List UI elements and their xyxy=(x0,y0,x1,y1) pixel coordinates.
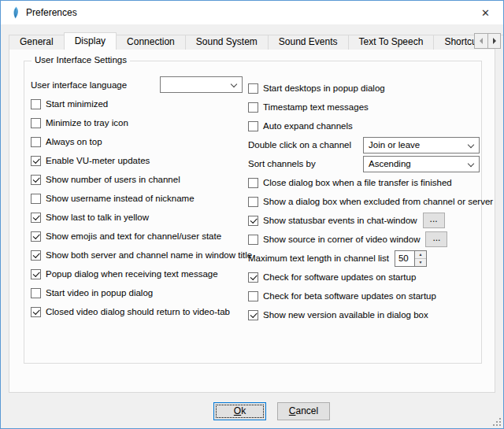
tab-connection[interactable]: Connection xyxy=(116,35,186,50)
checkbox-label: Start minimized xyxy=(46,99,108,109)
row-always-on-top[interactable]: Always on top xyxy=(31,132,246,151)
row-check-updates[interactable]: Check for software updates on startup xyxy=(248,268,480,287)
arrow-right-icon xyxy=(493,38,496,44)
user-interface-settings-group: User Interface Settings User interface l… xyxy=(24,61,482,364)
spin-down-button[interactable]: ▼ xyxy=(415,258,426,266)
checkbox-close-on-transfer[interactable] xyxy=(248,178,258,188)
row-show-user-count[interactable]: Show number of users in channel xyxy=(31,170,246,189)
titlebar[interactable]: Preferences ✕ xyxy=(1,1,503,24)
checkbox-label: Minimize to tray icon xyxy=(46,118,128,128)
checkbox-video-popup[interactable] xyxy=(31,288,41,298)
row-excluded-dialog[interactable]: Show a dialog box when excluded from cha… xyxy=(248,192,480,211)
sort-channels-label: Sort channels by xyxy=(248,159,316,168)
checkbox-minimize-to-tray[interactable] xyxy=(31,118,41,128)
tab-scroll-right-button[interactable] xyxy=(487,34,500,48)
tab-strip: General Display Connection Sound System … xyxy=(9,32,503,50)
checkbox-vu-meter[interactable] xyxy=(31,156,41,166)
row-last-to-talk[interactable]: Show last to talk in yellow xyxy=(31,208,246,227)
row-popup-text-message[interactable]: Popup dialog when receiving text message xyxy=(31,264,246,283)
row-close-on-transfer[interactable]: Close dialog box when a file transfer is… xyxy=(248,173,480,192)
tab-display[interactable]: Display xyxy=(64,32,117,50)
display-tab-panel: User Interface Settings User interface l… xyxy=(9,49,495,393)
tab-sound-events[interactable]: Sound Events xyxy=(268,35,349,50)
row-vu-meter[interactable]: Enable VU-meter updates xyxy=(31,151,246,170)
checkbox-closed-video-return[interactable] xyxy=(31,307,41,317)
preferences-dialog: Preferences ✕ General Display Connection… xyxy=(0,0,504,429)
cancel-button-label: Cancel xyxy=(278,403,329,420)
checkbox-emojis-text-state[interactable] xyxy=(31,231,41,242)
double-click-value: Join or leave xyxy=(369,140,420,150)
checkbox-always-on-top[interactable] xyxy=(31,137,41,147)
checkbox-popup-text-message[interactable] xyxy=(31,269,41,279)
language-select[interactable] xyxy=(160,76,243,93)
sort-channels-select[interactable]: Ascending xyxy=(363,156,480,172)
checkbox-statusbar-events[interactable] xyxy=(248,216,258,226)
checkbox-label: Show statusbar events in chat-window xyxy=(263,216,417,225)
checkbox-label: Show both server and channel name in win… xyxy=(46,250,252,260)
row-start-minimized[interactable]: Start minimized xyxy=(31,94,246,113)
checkbox-video-source-corner[interactable] xyxy=(248,235,258,245)
checkbox-start-minimized[interactable] xyxy=(31,99,41,109)
language-row: User interface language xyxy=(31,76,246,94)
row-check-beta-updates[interactable]: Check for beta software updates on start… xyxy=(248,287,480,305)
row-video-popup[interactable]: Start video in popup dialog xyxy=(31,283,246,302)
max-text-length-label: Maximum text length in channel list xyxy=(248,253,389,263)
checkbox-server-channel-title[interactable] xyxy=(31,250,41,261)
tab-scroll-left-button[interactable] xyxy=(475,34,487,48)
app-icon xyxy=(8,6,20,19)
close-button[interactable]: ✕ xyxy=(468,1,503,24)
checkbox-label: Start desktops in popup dialog xyxy=(263,83,385,93)
double-click-select[interactable]: Join or leave xyxy=(363,137,480,153)
ok-button[interactable]: Ok xyxy=(213,402,266,420)
tab-sound-system[interactable]: Sound System xyxy=(185,35,269,50)
checkbox-last-to-talk[interactable] xyxy=(31,213,41,223)
checkbox-label: Auto expand channels xyxy=(263,121,353,131)
checkbox-excluded-dialog[interactable] xyxy=(248,197,258,207)
tab-general[interactable]: General xyxy=(9,35,65,50)
checkbox-label: Show username instead of nickname xyxy=(46,194,195,203)
checkbox-label: Always on top xyxy=(46,137,102,146)
row-minimize-to-tray[interactable]: Minimize to tray icon xyxy=(31,113,246,132)
right-column: Start desktops in popup dialog Timestamp… xyxy=(248,79,480,324)
row-username-instead-nickname[interactable]: Show username instead of nickname xyxy=(31,189,246,208)
arrow-left-icon xyxy=(480,38,483,44)
checkbox-timestamp-messages[interactable] xyxy=(248,102,258,113)
checkbox-check-beta-updates[interactable] xyxy=(248,291,258,301)
checkbox-desktops-popup[interactable] xyxy=(248,83,258,94)
statusbar-events-options-button[interactable]: ... xyxy=(423,213,445,228)
row-server-channel-title[interactable]: Show both server and channel name in win… xyxy=(31,246,246,264)
cancel-button[interactable]: Cancel xyxy=(277,402,330,420)
video-source-options-button[interactable]: ... xyxy=(425,231,447,247)
checkbox-label: Show new version available in dialog box xyxy=(263,310,428,320)
language-label: User interface language xyxy=(31,80,127,90)
checkbox-check-updates[interactable] xyxy=(248,272,258,283)
checkbox-auto-expand[interactable] xyxy=(248,121,258,131)
row-statusbar-events[interactable]: Show statusbar events in chat-window ... xyxy=(248,211,480,230)
checkbox-new-version-dialog[interactable] xyxy=(248,310,258,320)
row-closed-video-return[interactable]: Closed video dialog should return to vid… xyxy=(31,302,246,321)
checkbox-username-instead-nickname[interactable] xyxy=(31,194,41,204)
row-emojis-text-state[interactable]: Show emojis and text for channel/user st… xyxy=(31,227,246,246)
window-title: Preferences xyxy=(26,7,77,18)
checkbox-label: Start video in popup dialog xyxy=(46,288,153,298)
max-text-length-spinner[interactable]: 50 ▲ ▼ xyxy=(395,250,427,267)
row-new-version-dialog[interactable]: Show new version available in dialog box xyxy=(248,305,480,324)
spin-up-button[interactable]: ▲ xyxy=(415,251,426,258)
row-timestamp-messages[interactable]: Timestamp text messages xyxy=(248,98,480,116)
spin-buttons: ▲ ▼ xyxy=(415,250,427,267)
checkbox-label: Timestamp text messages xyxy=(263,102,369,112)
tab-scroll-control xyxy=(474,33,501,49)
chevron-down-icon xyxy=(468,141,474,147)
row-video-source-corner[interactable]: Show source in corner of video window ..… xyxy=(248,230,480,249)
row-auto-expand[interactable]: Auto expand channels xyxy=(248,116,480,135)
checkbox-label: Show a dialog box when excluded from cha… xyxy=(263,197,493,206)
row-desktops-popup[interactable]: Start desktops in popup dialog xyxy=(248,79,480,98)
checkbox-show-user-count[interactable] xyxy=(31,175,41,185)
sort-channels-row: Sort channels by Ascending xyxy=(248,154,480,173)
max-text-length-value[interactable]: 50 xyxy=(395,250,415,267)
double-click-row: Double click on a channel Join or leave xyxy=(248,135,480,154)
checkbox-label: Check for beta software updates on start… xyxy=(263,291,436,301)
max-text-length-row: Maximum text length in channel list 50 ▲… xyxy=(248,249,480,268)
tab-text-to-speech[interactable]: Text To Speech xyxy=(348,35,435,50)
resize-grip[interactable] xyxy=(491,416,502,427)
